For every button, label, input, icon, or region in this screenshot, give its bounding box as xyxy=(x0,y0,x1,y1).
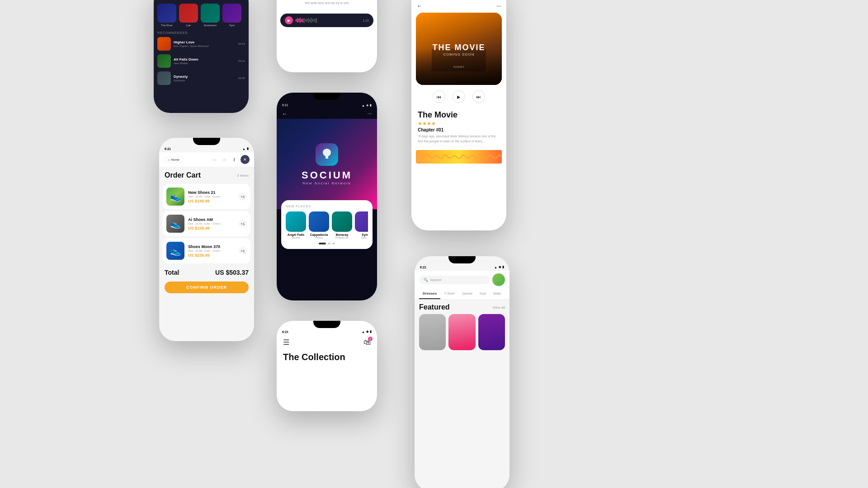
page-dots xyxy=(286,243,368,244)
movie-cover: THE MOVIE COMING SOON SUNSET xyxy=(416,13,502,85)
player-bar[interactable]: ▶ 1:24 xyxy=(280,14,373,27)
time: 6:21 xyxy=(282,330,288,333)
confirm-order-button[interactable]: CONFIRM ORDER xyxy=(165,282,249,293)
cart-qty-1[interactable]: +1 xyxy=(239,220,247,228)
battery-icon: ▮ xyxy=(370,330,372,333)
home-tag[interactable]: ⌂ Home xyxy=(164,157,184,163)
recommended-section: RECOMMENDED Higher Love Eric Clapton, St… xyxy=(154,29,249,90)
notch xyxy=(448,256,476,263)
track-info-higher: Higher Love Eric Clapton, Steve Winwood xyxy=(174,40,236,47)
track-dynasty[interactable]: Dynasty Epiphane 02:40 xyxy=(157,71,245,85)
cart-icon[interactable]: 🛍 3 xyxy=(363,338,371,347)
album-thumb-sym xyxy=(222,4,241,23)
status-icons: ▲ ▮ xyxy=(242,147,249,150)
search-icon[interactable]: ○ xyxy=(211,156,218,163)
more-options[interactable]: ··· xyxy=(496,3,501,9)
album-downtown[interactable]: Downtown xyxy=(201,4,220,27)
cart-item-image-1: 👟 xyxy=(166,215,184,233)
album-thumb-river xyxy=(157,4,176,23)
cart-qty-0[interactable]: +1 xyxy=(239,192,247,201)
collection-nav: ☰ 🛍 3 xyxy=(277,335,377,349)
place-sym[interactable]: Sym Belo... xyxy=(355,211,368,239)
wifi-icon: ◈ xyxy=(366,330,368,333)
track-info-dynasty: Dynasty Epiphane xyxy=(174,75,236,82)
previous-button[interactable]: ⏮ xyxy=(433,90,445,103)
movie-nav: ← ··· xyxy=(411,1,506,11)
featured-grid xyxy=(419,314,505,350)
bookmark-icon[interactable]: ☆ xyxy=(221,156,228,163)
track-higher-love[interactable]: Higher Love Eric Clapton, Steve Winwood … xyxy=(157,37,245,51)
phone-collection-app: 6:21 ▲ ◈ ▮ ☰ 🛍 3 The Collection xyxy=(277,321,377,411)
place-thumb-angel xyxy=(286,211,306,232)
waveform xyxy=(296,17,360,24)
more-options[interactable]: ··· xyxy=(368,111,372,117)
cart-total-row: Total US $503.37 xyxy=(159,265,254,280)
cart-item-2[interactable]: 👟 Shoes Moon 370 Size : EU38, Color : Gr… xyxy=(163,238,250,263)
signal-icon: ▲ xyxy=(242,147,245,150)
cart-item-info-0: New Shoes 21 Size : EU42, Color : Green … xyxy=(188,190,235,203)
socium-nav: ← ··· xyxy=(277,109,377,119)
album-river[interactable]: The River xyxy=(157,4,176,27)
phone-lyrics-app: Without it, life is wasted time Look ins… xyxy=(277,0,377,72)
time: 6:21 xyxy=(165,147,171,150)
back-arrow[interactable]: ← xyxy=(417,3,422,9)
tab-tshirt[interactable]: T-Shirt xyxy=(440,289,458,299)
page-dot xyxy=(332,243,335,244)
track-info-allfalls: All Falls Down Alan Walker xyxy=(174,57,236,65)
place-thumb-boracay xyxy=(332,211,352,232)
status-bar: 6:21 ▲ ◈ ▮ xyxy=(277,100,377,109)
signal-icon: ▲ xyxy=(362,104,365,107)
battery-icon: ▮ xyxy=(502,265,504,269)
cart-icons: ○ ☆ ⬆ ✕ xyxy=(211,155,250,164)
featured-item-1[interactable] xyxy=(448,314,475,350)
time: 6:21 xyxy=(282,103,288,107)
play-button[interactable]: ▶ xyxy=(285,16,293,24)
place-boracay[interactable]: Boracay Philippines xyxy=(332,211,352,239)
place-thumb-capp xyxy=(309,211,329,232)
places-row: Angel Falls Ireland Cappadocia Turkey Bo… xyxy=(286,211,368,239)
tab-suit[interactable]: Suit xyxy=(476,289,490,299)
tab-watch[interactable]: Watc xyxy=(490,289,505,299)
status-bar: 6:21 ▲ ◈ ▮ xyxy=(277,328,377,335)
cart-item-1[interactable]: 👟 Ai Shoes AM Size : EU42, Color : Green… xyxy=(163,211,250,236)
movie-info: The Movie ★★★★ Chapter #01 "6 days ago, … xyxy=(411,107,506,147)
tab-dresses[interactable]: Dresses xyxy=(419,289,440,299)
page-dot xyxy=(328,243,330,244)
status-icons: ▲ ◈ ▮ xyxy=(362,103,372,107)
battery-icon: ▮ xyxy=(370,103,372,107)
album-thumb-downtown xyxy=(201,4,220,23)
album-thumb-liar xyxy=(179,4,198,23)
album-sym[interactable]: Sym xyxy=(222,4,241,27)
player-controls: ⏮ ▶ ⏭ xyxy=(411,87,506,107)
featured-section: Featured View all xyxy=(415,300,509,354)
place-angel-falls[interactable]: Angel Falls Ireland xyxy=(286,211,306,239)
back-arrow[interactable]: ← xyxy=(282,111,288,117)
play-button[interactable]: ▶ xyxy=(453,90,465,103)
place-cappadocia[interactable]: Cappadocia Turkey xyxy=(309,211,329,239)
cart-item-image-0: 👟 xyxy=(166,188,184,206)
status-bar: 6:21 ▲ ▮ xyxy=(159,145,254,152)
lyrics-content: Without it, life is wasted time Look ins… xyxy=(277,0,377,12)
new-places-section: NEW PLACES Angel Falls Ireland Cappadoci… xyxy=(281,200,373,249)
cart-item-info-1: Ai Shoes AM Size : EU42, Color : Green U… xyxy=(188,217,235,230)
socium-hero-image: SOCIUM New Social Network xyxy=(277,119,377,209)
search-input[interactable]: 🔍 Search xyxy=(419,276,490,284)
audio-waveform xyxy=(416,150,502,164)
cart-item-0[interactable]: 👟 New Shoes 21 Size : EU42, Color : Gree… xyxy=(163,184,250,209)
featured-item-2[interactable] xyxy=(478,314,505,350)
cart-title-row: Order Cart 3 items xyxy=(159,167,254,182)
socium-logo xyxy=(316,143,338,166)
featured-item-0[interactable] xyxy=(419,314,446,350)
hamburger-icon[interactable]: ☰ xyxy=(283,338,289,347)
album-liar[interactable]: Liar xyxy=(179,4,198,27)
cart-item-info-2: Shoes Moon 370 Size : EU38, Color : Gree… xyxy=(188,244,235,258)
cart-qty-2[interactable]: +1 xyxy=(239,247,247,255)
share-icon[interactable]: ⬆ xyxy=(231,156,238,163)
tab-jacket[interactable]: Jacket xyxy=(458,289,476,299)
close-button[interactable]: ✕ xyxy=(241,155,250,164)
track-all-falls-down[interactable]: All Falls Down Alan Walker 03:21 xyxy=(157,54,245,68)
category-tabs: Dresses T-Shirt Jacket Suit Watc xyxy=(415,289,509,300)
user-avatar[interactable] xyxy=(492,273,505,286)
phone-shopping-app: 6:21 ▲ ◈ ▮ 🔍 Search Dresses T-Shirt Jack… xyxy=(415,256,509,488)
next-button[interactable]: ⏭ xyxy=(472,90,485,103)
